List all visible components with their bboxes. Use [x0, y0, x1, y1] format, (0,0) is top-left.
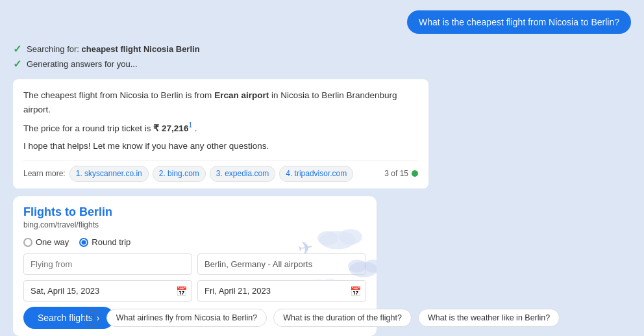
date-from-input[interactable]: [23, 280, 192, 302]
date-to-wrapper: 📅: [197, 280, 366, 302]
widget-title: Flights to Berlin: [23, 205, 366, 219]
date-from-wrapper: 📅: [23, 280, 192, 302]
status-text-1: Searching for: cheapest flight Nicosia B…: [27, 44, 200, 54]
answer-price-row: The price for a round trip ticket is ₹ 2…: [23, 120, 418, 135]
status-bold: cheapest flight Nicosia Berlin: [82, 44, 200, 54]
suggestion-1-text: What airlines fly from Nicosia to Berlin…: [116, 313, 257, 322]
user-message-text: What is the cheapest flight from Nicosia…: [419, 17, 619, 27]
source-chip-1[interactable]: 1. skyscanner.co.in: [69, 166, 149, 182]
source-chip-2[interactable]: 2. bing.com: [153, 166, 206, 182]
answer-text-main: The cheapest flight from Nicosia to Berl…: [23, 88, 418, 116]
status-prefix: Searching for:: [27, 44, 82, 54]
answer-bold: Ercan airport: [214, 90, 269, 100]
widget-subtitle: bing.com/travel/flights: [23, 220, 366, 229]
destination-fields-row: [23, 253, 366, 275]
suggestions-bar: ? What airlines fly from Nicosia to Berl…: [0, 309, 644, 327]
main-container: What is the cheapest flight from Nicosia…: [0, 0, 644, 336]
one-way-radio[interactable]: [23, 238, 32, 247]
destination-input[interactable]: [197, 253, 366, 275]
check-icon-2: ✓: [13, 58, 21, 70]
source-chip-4[interactable]: 4. tripadvisor.com: [279, 166, 353, 182]
learn-more-row: Learn more: 1. skyscanner.co.in 2. bing.…: [23, 160, 418, 182]
learn-more-label: Learn more:: [23, 168, 66, 180]
one-way-label: One way: [36, 237, 69, 247]
suggestion-2-text: What is the duration of the flight?: [283, 313, 402, 322]
suggestion-chip-1[interactable]: What airlines fly from Nicosia to Berlin…: [106, 309, 267, 327]
help-icon[interactable]: ?: [84, 310, 100, 326]
status-generating: Generating answers for you...: [27, 59, 138, 69]
date-fields-row: 📅 📅: [23, 280, 366, 302]
answer-followup: I hope that helps! Let me know if you ha…: [23, 139, 418, 153]
suggestion-chip-3[interactable]: What is the weather like in Berlin?: [418, 309, 560, 327]
round-trip-radio[interactable]: [79, 238, 88, 247]
page-count: 3 of 15: [384, 168, 418, 180]
date-to-input[interactable]: [197, 280, 366, 302]
user-bubble: What is the cheapest flight from Nicosia…: [407, 10, 631, 34]
status-row-2: ✓ Generating answers for you...: [13, 58, 631, 70]
answer-box: The cheapest flight from Nicosia to Berl…: [13, 79, 428, 188]
status-row-1: ✓ Searching for: cheapest flight Nicosia…: [13, 43, 631, 55]
user-message-row: What is the cheapest flight from Nicosia…: [13, 10, 631, 34]
flying-from-input[interactable]: [23, 253, 192, 275]
round-trip-label: Round trip: [92, 237, 130, 247]
page-count-text: 3 of 15: [384, 168, 408, 180]
check-icon-1: ✓: [13, 43, 21, 55]
source-chip-3[interactable]: 3. expedia.com: [210, 166, 275, 182]
suggestion-chip-2[interactable]: What is the duration of the flight?: [273, 309, 412, 327]
green-dot-icon: [412, 170, 418, 177]
trip-type-row: One way Round trip: [23, 237, 366, 247]
one-way-option[interactable]: One way: [23, 237, 69, 247]
answer-text1: The cheapest flight from Nicosia to Berl…: [23, 90, 214, 100]
suggestion-3-text: What is the weather like in Berlin?: [428, 313, 550, 322]
answer-text4: .: [192, 123, 197, 133]
answer-price: ₹ 27,216: [153, 123, 188, 133]
round-trip-option[interactable]: Round trip: [79, 237, 130, 247]
answer-text3: The price for a round trip ticket is: [23, 123, 153, 133]
